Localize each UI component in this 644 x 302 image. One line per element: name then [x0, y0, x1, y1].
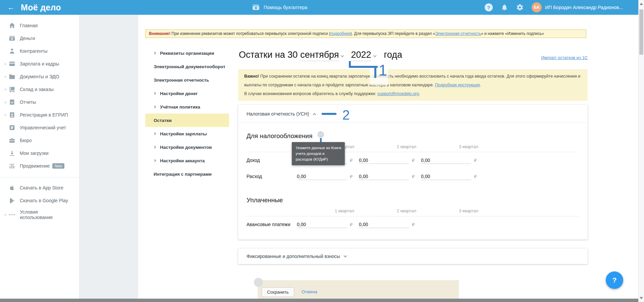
- main-panel: Внимание! При изменении реквизитов может…: [138, 15, 638, 302]
- currency-label: ₽: [350, 158, 353, 163]
- import-1c-link[interactable]: Импорт остатков из 1С: [541, 55, 588, 60]
- settings-submenu: Реквизиты организации Электронный докуме…: [145, 46, 229, 181]
- sidebar-item-home[interactable]: + Главная: [0, 19, 79, 32]
- info-icon[interactable]: ⓘ: [317, 131, 324, 138]
- scrollbar-thumb[interactable]: [639, 9, 643, 55]
- instruction-link[interactable]: Подробная инструкция: [435, 83, 480, 87]
- accountant-help-button[interactable]: Помощь бухгалтера: [252, 0, 307, 15]
- submenu-item-e-reporting[interactable]: Электронная отчетность: [145, 73, 229, 87]
- row-label: Доход: [247, 158, 297, 163]
- save-button[interactable]: Сохранить: [262, 287, 294, 297]
- settings-gear-icon[interactable]: [516, 4, 524, 11]
- chevron-right-icon: [153, 146, 156, 148]
- scroll-up-arrow[interactable]: [640, 3, 643, 5]
- chevron-down-icon: [343, 254, 347, 258]
- support-email-link[interactable]: support@moedelo.org: [377, 91, 419, 96]
- bottom-window-edge: [0, 299, 638, 302]
- cancel-link[interactable]: Отмена: [302, 289, 317, 294]
- year-select[interactable]: 2022: [351, 50, 376, 60]
- submenu-item-account-settings[interactable]: Настройки аккаунта: [145, 154, 229, 167]
- submenu-item-documents-settings[interactable]: Настройки документов: [145, 140, 229, 154]
- column-header: 1 квартал: [297, 208, 359, 213]
- folder-icon: [8, 73, 16, 80]
- google-play-icon: [8, 197, 16, 204]
- currency-label: ₽: [412, 174, 415, 179]
- apple-icon: [8, 184, 16, 191]
- sidebar-item-salary[interactable]: + Зарплата и кадры: [0, 57, 79, 70]
- currency-label: ₽: [412, 222, 415, 227]
- income-q2-input[interactable]: [359, 157, 409, 164]
- submenu-item-partners[interactable]: Интеграция с партнерами: [145, 167, 229, 181]
- expense-q2-input[interactable]: [359, 173, 409, 180]
- tooltip: Укажите данные из Книги учета доходов и …: [292, 142, 345, 165]
- decorative-circle: [254, 278, 263, 287]
- row-label: Авансовые платежи: [247, 222, 297, 227]
- promotion-chart-icon: [8, 162, 16, 170]
- sidebar-item-documents[interactable]: + Документы и ЭДО: [0, 70, 79, 83]
- annotation-2-line: [322, 113, 336, 115]
- annotation-1-line: [349, 66, 378, 68]
- income-q3-input[interactable]: [421, 157, 471, 164]
- sidebar-item-reports[interactable]: + Отчеты: [0, 96, 79, 109]
- chevron-right-icon: [153, 92, 156, 95]
- submenu-item-ostatki[interactable]: Остатки: [145, 114, 229, 127]
- app-window: ← Моё дело Помощь бухгалтера ? БА ИП Бор…: [0, 0, 644, 302]
- advance-q1-input[interactable]: [297, 221, 347, 228]
- section-title-paid: Уплаченные: [247, 197, 579, 204]
- fixed-contributions-section[interactable]: Фиксированные и дополнительный взносы: [238, 249, 588, 264]
- sidebar-item-downloads[interactable]: + Мои загрузки: [0, 147, 79, 160]
- person-icon: [8, 47, 16, 55]
- hand-truck-icon: [8, 86, 16, 93]
- registration-doc-icon: [8, 111, 16, 119]
- accountant-help-label: Помощь бухгалтера: [264, 5, 307, 10]
- month-select[interactable]: сентября 1: [300, 50, 343, 60]
- dots-icon: [8, 211, 16, 218]
- table-row-advance-payments: Авансовые платежи ₽ ₽: [247, 216, 579, 232]
- expense-q1-input[interactable]: [297, 173, 347, 180]
- submenu-item-money-settings[interactable]: Настройки денег: [145, 87, 229, 100]
- top-bar: ← Моё дело Помощь бухгалтера ? БА ИП Бор…: [0, 0, 638, 15]
- sidebar-item-terms[interactable]: + Условия использования: [0, 207, 79, 222]
- briefcase-icon: [8, 137, 16, 144]
- sidebar-item-money[interactable]: + Деньги: [0, 32, 79, 45]
- user-menu[interactable]: БА ИП Бородач Александр Радионов...: [532, 2, 623, 12]
- scroll-down-arrow[interactable]: [640, 297, 643, 299]
- top-bar-actions: ? БА ИП Бородач Александр Радионов...: [485, 0, 623, 15]
- currency-label: ₽: [474, 174, 477, 179]
- currency-label: ₽: [350, 222, 353, 227]
- currency-label: ₽: [412, 158, 415, 163]
- help-icon[interactable]: ?: [485, 3, 493, 11]
- currency-label: ₽: [474, 158, 477, 163]
- floating-help-button[interactable]: ?: [606, 271, 623, 289]
- page-title: Остатки на 30сентября 1 2022года: [239, 50, 402, 60]
- app-logo[interactable]: Моё дело: [21, 3, 61, 12]
- sidebar-item-registration[interactable]: + Регистрация в ЕГРИП: [0, 109, 79, 121]
- currency-label: ₽: [350, 174, 353, 179]
- submenu-item-salary-settings[interactable]: Настройки зарплаты: [145, 127, 229, 140]
- submenu-item-edo[interactable]: Электронный документооборот: [145, 60, 229, 73]
- sidebar-item-promotion[interactable]: + Продвижение New: [0, 160, 79, 172]
- sidebar-item-app-store[interactable]: + Скачать в App Store: [0, 181, 79, 194]
- sidebar-item-management[interactable]: + ₽ Управленческий учет: [0, 121, 79, 134]
- back-arrow-icon[interactable]: ←: [7, 4, 15, 11]
- column-header: 2 квартал: [359, 144, 421, 149]
- notifications-bell-icon[interactable]: [501, 4, 508, 11]
- chevron-right-icon: [153, 132, 156, 135]
- expense-q3-input[interactable]: [421, 173, 471, 180]
- report-check-icon: [8, 98, 16, 106]
- money-help-icon: [252, 3, 260, 12]
- submenu-item-rekvizity[interactable]: Реквизиты организации: [145, 46, 229, 60]
- sidebar-item-contractors[interactable]: + Контрагенты: [0, 45, 79, 57]
- advance-q2-input[interactable]: [359, 221, 409, 228]
- tax-card-header[interactable]: Налоговая отчетность (УСН) 2: [238, 105, 588, 123]
- svg-text:₽: ₽: [11, 126, 13, 130]
- chevron-down-icon: [373, 54, 376, 57]
- section-title-taxation: Для налогообложения ⓘ Укажите данные из …: [247, 132, 579, 140]
- submenu-item-accounting-policy[interactable]: Учётная политика: [145, 100, 229, 114]
- fixed-contributions-label: Фиксированные и дополнительный взносы: [247, 254, 340, 259]
- sidebar-item-warehouse[interactable]: + Склад и заказы: [0, 83, 79, 96]
- column-header: 3 квартал: [421, 144, 483, 149]
- sidebar-item-google-play[interactable]: + Скачать в Google Play: [0, 194, 79, 207]
- salary-card-icon: [8, 60, 16, 68]
- sidebar-item-bureau[interactable]: + Бюро: [0, 134, 79, 147]
